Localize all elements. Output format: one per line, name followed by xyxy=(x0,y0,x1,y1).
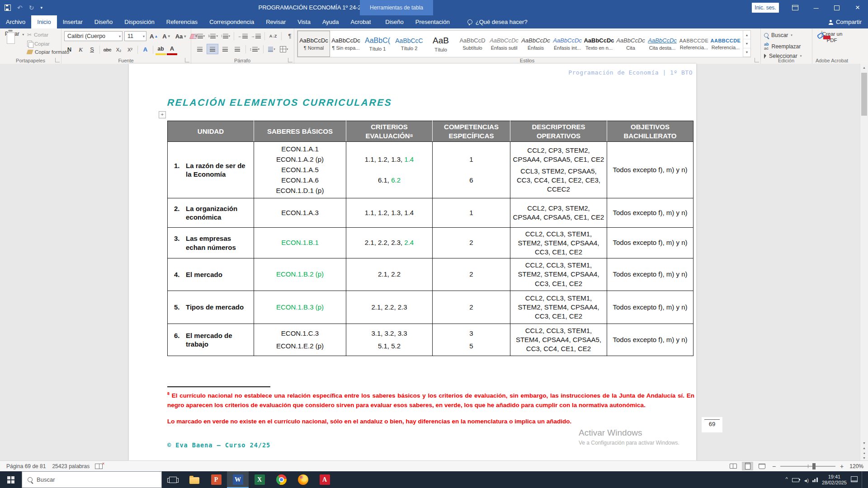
volume-icon[interactable]: ◄) xyxy=(803,476,808,484)
sign-in-button[interactable]: Inic. ses. xyxy=(752,3,779,13)
share-button[interactable]: Compartir xyxy=(829,15,862,28)
cell-unidad[interactable]: 6.El mercado de trabajo xyxy=(168,324,254,356)
save-icon[interactable] xyxy=(5,5,11,11)
vertical-scrollbar[interactable]: ▲ ▼ ▲ ● ▼ xyxy=(860,64,868,461)
column-header[interactable]: CRITERIOS EVALUACIÓN⁸ xyxy=(346,121,433,142)
clipboard-dialog-launcher-icon[interactable] xyxy=(55,58,60,62)
cell-objetivos[interactable]: Todos excepto f), m) y n) xyxy=(607,142,693,198)
cell-unidad[interactable]: 1.La razón de ser de la Economía xyxy=(168,142,254,198)
replace-button[interactable]: abacReemplazar xyxy=(764,42,801,51)
cell-saberes[interactable]: ECON.1.C.3ECON.1.E.2 (p) xyxy=(254,324,346,356)
taskbar-app-excel[interactable]: X xyxy=(249,471,270,488)
subscript-button[interactable]: X₂ xyxy=(113,45,124,54)
column-header[interactable]: SABERES BÁSICOS xyxy=(254,121,346,142)
cell-objetivos[interactable]: Todos excepto f), m) y n) xyxy=(607,198,693,228)
style-texto-en-n-[interactable]: AaBbCcDcTexto en n... xyxy=(583,31,615,57)
ribbon-display-options-icon[interactable] xyxy=(785,0,806,15)
cell-saberes[interactable]: ECON.1.A.1ECON.1.A.2 (p)ECON.1.A.5ECON.1… xyxy=(254,142,346,198)
cell-criterios[interactable]: 1.1, 1.2, 1.3, 1.4 xyxy=(346,198,433,228)
italic-button[interactable]: K xyxy=(75,45,86,54)
shrink-font-button[interactable]: A▼ xyxy=(161,32,172,41)
style-título-1[interactable]: AaBbC(Título 1 xyxy=(362,31,393,57)
page-indicator[interactable]: Página 69 de 81 xyxy=(6,463,46,469)
zoom-in-button[interactable]: + xyxy=(839,463,845,470)
cell-competencias[interactable]: 16 xyxy=(433,142,510,198)
cell-objetivos[interactable]: Todos excepto f), m) y n) xyxy=(607,228,693,258)
zoom-slider[interactable] xyxy=(780,466,835,467)
cell-competencias[interactable]: 2 xyxy=(433,228,510,258)
sort-button[interactable]: A↓Z xyxy=(268,31,278,41)
tab-ayuda[interactable]: Ayuda xyxy=(316,15,345,28)
cell-saberes[interactable]: ECON.1.B.3 (p) xyxy=(254,291,346,324)
cell-saberes[interactable]: ECON.1.B.1 xyxy=(254,228,346,258)
cell-unidad[interactable]: 5.Tipos de mercado xyxy=(168,291,254,324)
font-dialog-launcher-icon[interactable] xyxy=(185,58,189,62)
cell-descriptores[interactable]: CCL2, CCL3, STEM1, STEM2, STEM4, CPSAA4,… xyxy=(510,228,607,258)
style--normal[interactable]: AaBbCcDc¶ Normal xyxy=(297,31,330,57)
column-header[interactable]: OBJETIVOS BACHILLERATO xyxy=(607,121,693,142)
column-header[interactable]: UNIDAD xyxy=(168,121,254,142)
cell-competencias[interactable]: 2 xyxy=(433,291,510,324)
close-icon[interactable]: × xyxy=(847,0,868,15)
cell-saberes[interactable]: ECON.1.A.3 xyxy=(254,198,346,228)
tab-disposición[interactable]: Disposición xyxy=(118,15,160,28)
increase-indent-button[interactable]: → xyxy=(250,31,262,41)
cell-descriptores[interactable]: CCL2, CP3, STEM2, CPSAA4, CPSAA5, CE1, C… xyxy=(510,142,607,198)
font-color-button[interactable]: A xyxy=(167,44,177,55)
style-título[interactable]: AaBTítulo xyxy=(425,31,457,57)
style-énfasis-int-[interactable]: AaBbCcDcÉnfasis int... xyxy=(552,31,583,57)
style-subtítulo[interactable]: AaBbCcDSubtítulo xyxy=(457,31,488,57)
create-pdf-button[interactable]: Crear un PDF xyxy=(818,31,845,44)
taskbar-app-task-view[interactable] xyxy=(162,471,184,488)
taskbar-app-acrobat[interactable]: A xyxy=(314,471,335,488)
style-referencia-[interactable]: AABBCCDEReferencia... xyxy=(678,31,710,57)
style-cita[interactable]: AaBbCcDcCita xyxy=(615,31,646,57)
tab-revisar[interactable]: Revisar xyxy=(260,15,292,28)
paste-button[interactable]: Pegar ▾ xyxy=(3,31,26,37)
previous-page-icon[interactable]: ▲ xyxy=(863,446,866,450)
cell-descriptores[interactable]: CCL2, CCL3, STEM1, STEM4, CPSAA4, CPSAA5… xyxy=(510,324,607,356)
change-case-button[interactable]: Aa▾ xyxy=(174,32,188,41)
cell-objetivos[interactable]: Todos excepto f), m) y n) xyxy=(607,291,693,324)
document-area[interactable]: Programación de Economía | 1º BTO RELACI… xyxy=(0,64,860,461)
highlight-button[interactable]: ab xyxy=(156,44,166,55)
tab-insertar[interactable]: Insertar xyxy=(57,15,89,28)
start-button[interactable] xyxy=(0,471,22,488)
cell-descriptores[interactable]: CCL2, CCL3, STEM1, STEM2, STEM4, CPSAA4,… xyxy=(510,291,607,324)
font-size-select[interactable]: 11▾ xyxy=(124,31,146,41)
tab-vista[interactable]: Vista xyxy=(292,15,316,28)
superscript-button[interactable]: X² xyxy=(125,45,135,54)
cell-descriptores[interactable]: CCL2, CP3, STEM2, CPSAA4, CPSAA5, CE1, C… xyxy=(510,198,607,228)
cell-objetivos[interactable]: Todos excepto f), m) y n) xyxy=(607,324,693,356)
tab-archivo[interactable]: Archivo xyxy=(0,15,31,28)
taskbar-app-chrome[interactable] xyxy=(270,471,292,488)
align-right-button[interactable] xyxy=(220,44,231,54)
underline-button[interactable]: S xyxy=(87,45,97,54)
scroll-up-icon[interactable]: ▲ xyxy=(860,64,868,71)
font-name-select[interactable]: Calibri (Cuerpo▾ xyxy=(64,31,123,41)
scrollbar-thumb[interactable] xyxy=(861,73,867,116)
cell-criterios[interactable]: 2.1, 2.2, 2.3, 2.4 xyxy=(346,228,433,258)
multilevel-list-button[interactable]: ⁝▾ xyxy=(220,31,231,41)
cell-competencias[interactable]: 2 xyxy=(433,258,510,291)
cell-unidad[interactable]: 2.La organización económica xyxy=(168,198,254,228)
column-header[interactable]: COMPETENCIAS ESPECÍFICAS xyxy=(433,121,510,142)
cell-criterios[interactable]: 1.1, 1.2, 1.3, 1.46.1, 6.2 xyxy=(346,142,433,198)
styles-scroll-up-icon[interactable]: ▲ xyxy=(743,31,750,39)
tab-referencias[interactable]: Referencias xyxy=(160,15,203,28)
tab-diseño[interactable]: Diseño xyxy=(89,15,118,28)
select-browse-object-icon[interactable]: ● xyxy=(863,451,865,455)
document-page[interactable]: Programación de Economía | 1º BTO RELACI… xyxy=(129,64,696,461)
print-layout-button[interactable] xyxy=(742,462,753,470)
grow-font-button[interactable]: A▲ xyxy=(148,32,159,41)
line-spacing-button[interactable]: ↕▾ xyxy=(249,44,260,54)
next-page-icon[interactable]: ▼ xyxy=(863,456,866,460)
table-move-handle-icon[interactable]: + xyxy=(159,111,166,118)
tray-chevron-icon[interactable]: ^ xyxy=(786,476,788,482)
tab-acrobat[interactable]: Acrobat xyxy=(345,15,377,28)
style-énfasis[interactable]: AaBbCcDcÉnfasis xyxy=(520,31,552,57)
decrease-indent-button[interactable]: ← xyxy=(237,31,249,41)
paragraph-dialog-launcher-icon[interactable] xyxy=(288,58,292,62)
customize-quick-access-icon[interactable]: ▾ xyxy=(40,5,42,10)
styles-dialog-launcher-icon[interactable] xyxy=(755,58,759,62)
